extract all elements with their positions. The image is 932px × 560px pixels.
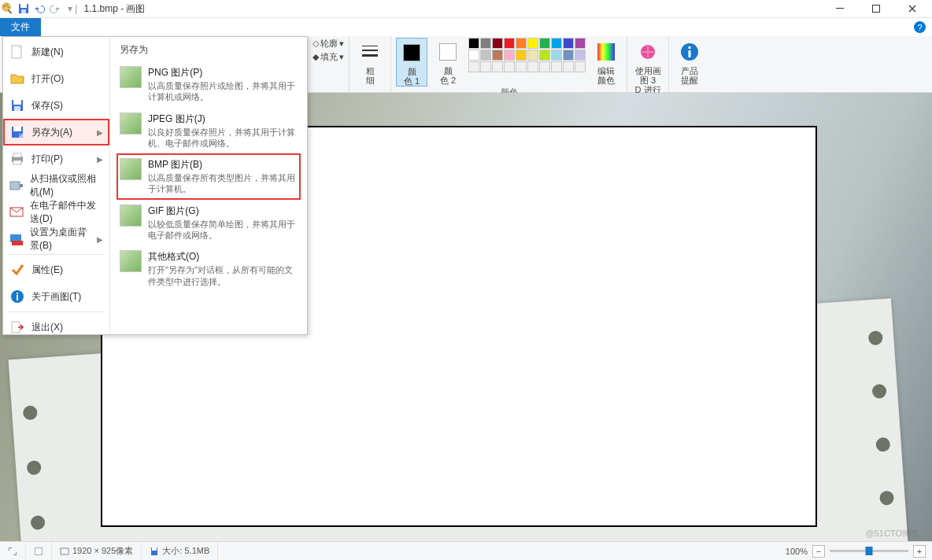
- svg-point-3: [8, 7, 9, 9]
- save-as-option[interactable]: BMP 图片(B)以高质量保存所有类型图片，并将其用于计算机。: [116, 153, 301, 200]
- menu-item-label: 设置为桌面背景(B): [30, 226, 91, 252]
- file-menu-item[interactable]: 设置为桌面背景(B)▶: [3, 226, 109, 252]
- color-swatch[interactable]: [539, 50, 550, 61]
- color-palette[interactable]: [468, 38, 586, 72]
- format-thumb-icon: [120, 112, 142, 134]
- file-menu-item[interactable]: 保存(S): [3, 92, 109, 119]
- svg-rect-4: [8, 9, 13, 14]
- file-tab[interactable]: 文件: [0, 18, 41, 36]
- file-menu-item[interactable]: 退出(X): [3, 314, 109, 341]
- color-swatch[interactable]: [504, 50, 515, 61]
- color-swatch[interactable]: [551, 50, 562, 61]
- product-alert-button[interactable]: 产品 提醒: [674, 38, 705, 85]
- save-as-option[interactable]: GIF 图片(G)以较低质量保存简单绘图，并将其用于电子邮件或网络。: [116, 200, 301, 246]
- help-icon[interactable]: ?: [914, 21, 926, 33]
- file-menu-item[interactable]: 打开(O): [3, 65, 109, 92]
- svg-rect-39: [152, 547, 157, 551]
- thickness-button[interactable]: 粗 细: [354, 38, 386, 85]
- color-swatch[interactable]: [539, 38, 550, 49]
- submenu-arrow-icon: ▶: [97, 128, 103, 137]
- color-swatch[interactable]: [551, 61, 562, 72]
- submenu-arrow-icon: ▶: [97, 235, 103, 244]
- color-swatch[interactable]: [480, 50, 491, 61]
- svg-rect-17: [689, 50, 691, 57]
- menu-item-icon: [9, 71, 25, 87]
- outline-dropdown[interactable]: ◇轮廓▾: [313, 38, 344, 50]
- format-title: BMP 图片(B): [148, 158, 298, 171]
- color-swatch[interactable]: [468, 50, 479, 61]
- format-title: JPEG 图片(J): [148, 112, 298, 126]
- maximize-button[interactable]: [858, 0, 894, 18]
- selection-size: [26, 542, 52, 560]
- file-menu-item[interactable]: 另存为(A)▶: [3, 119, 109, 146]
- color-swatch[interactable]: [468, 61, 479, 72]
- redo-icon[interactable]: [49, 2, 61, 15]
- paint-app-icon: [2, 2, 14, 15]
- edit-colors-button[interactable]: 编辑 颜色: [590, 38, 622, 85]
- menu-item-label: 属性(E): [31, 263, 63, 277]
- color-swatch[interactable]: [575, 61, 586, 72]
- save-as-option[interactable]: JPEG 图片(J)以良好质量保存照片，并将其用于计算机、电子邮件或网络。: [116, 108, 301, 154]
- file-menu-item[interactable]: 关于画图(T): [3, 283, 109, 310]
- color-swatch[interactable]: [563, 61, 574, 72]
- menu-item-label: 退出(X): [31, 321, 63, 334]
- color-swatch[interactable]: [563, 50, 574, 61]
- paint3d-group: 使用画图 3 D 进行编辑: [627, 36, 669, 92]
- format-desc: 打开"另存为"对话框，从所有可能的文件类型中进行选择。: [148, 264, 298, 287]
- zoom-out-button[interactable]: −: [812, 545, 825, 558]
- color-swatch[interactable]: [516, 38, 527, 49]
- file-size: 大小: 5.1MB: [142, 542, 218, 560]
- svg-rect-9: [873, 6, 880, 13]
- file-menu-item[interactable]: 打印(P)▶: [3, 146, 109, 172]
- minimize-button[interactable]: [822, 0, 858, 18]
- menu-item-label: 在电子邮件中发送(D): [30, 199, 103, 226]
- color2-button[interactable]: 颜 色 2: [432, 38, 464, 85]
- svg-point-2: [6, 5, 8, 6]
- color-swatch[interactable]: [480, 61, 491, 72]
- zoom-slider[interactable]: [830, 550, 908, 552]
- file-menu-item[interactable]: 在电子邮件中发送(D): [3, 199, 109, 226]
- format-desc: 以较低质量保存简单绘图，并将其用于电子邮件或网络。: [148, 219, 298, 241]
- color-swatch[interactable]: [575, 50, 586, 61]
- format-thumb-icon: [120, 204, 142, 227]
- color-swatch[interactable]: [516, 50, 527, 61]
- svg-rect-10: [362, 46, 378, 46]
- color-swatch[interactable]: [551, 38, 562, 49]
- svg-rect-25: [13, 153, 21, 157]
- separator: ▾ |: [68, 3, 77, 14]
- color-swatch[interactable]: [504, 61, 515, 72]
- save-as-option[interactable]: 其他格式(O)打开"另存为"对话框，从所有可能的文件类型中进行选择。: [116, 245, 301, 292]
- file-menu-item[interactable]: 从扫描仪或照相机(M): [3, 172, 109, 199]
- format-thumb-icon: [120, 250, 142, 272]
- ribbon-tabs: 文件 ?: [0, 18, 932, 36]
- color-swatch[interactable]: [516, 61, 527, 72]
- color-swatch[interactable]: [527, 61, 538, 72]
- save-icon[interactable]: [17, 2, 30, 15]
- color-swatch[interactable]: [527, 50, 538, 61]
- svg-rect-20: [13, 100, 21, 105]
- image-dimensions: 1920 × 925像素: [52, 542, 142, 560]
- file-menu-item[interactable]: 新建(N): [3, 39, 109, 65]
- color-swatch[interactable]: [527, 38, 538, 49]
- fill-dropdown[interactable]: ◆填充▾: [313, 51, 344, 63]
- menu-item-icon: [9, 44, 25, 60]
- color-swatch[interactable]: [504, 38, 515, 49]
- color-swatch[interactable]: [575, 38, 586, 49]
- menu-item-label: 打开(O): [31, 72, 64, 86]
- color-swatch[interactable]: [563, 38, 574, 49]
- color-swatch[interactable]: [492, 61, 503, 72]
- color-swatch[interactable]: [539, 61, 550, 72]
- color-swatch[interactable]: [492, 38, 503, 49]
- window-controls: [822, 0, 930, 18]
- close-button[interactable]: [894, 0, 930, 18]
- zoom-in-button[interactable]: +: [913, 545, 926, 558]
- menu-item-icon: [9, 204, 24, 220]
- color-swatch[interactable]: [492, 50, 503, 61]
- alert-group: 产品 提醒: [669, 36, 710, 92]
- save-as-option[interactable]: PNG 图片(P)以高质量保存照片或绘图，并将其用于计算机或网络。: [116, 61, 301, 108]
- color-swatch[interactable]: [468, 38, 479, 49]
- color1-button[interactable]: 颜 色 1: [396, 38, 427, 87]
- file-menu-item[interactable]: 属性(E): [3, 256, 109, 283]
- color-swatch[interactable]: [480, 38, 491, 49]
- undo-icon[interactable]: [33, 2, 46, 15]
